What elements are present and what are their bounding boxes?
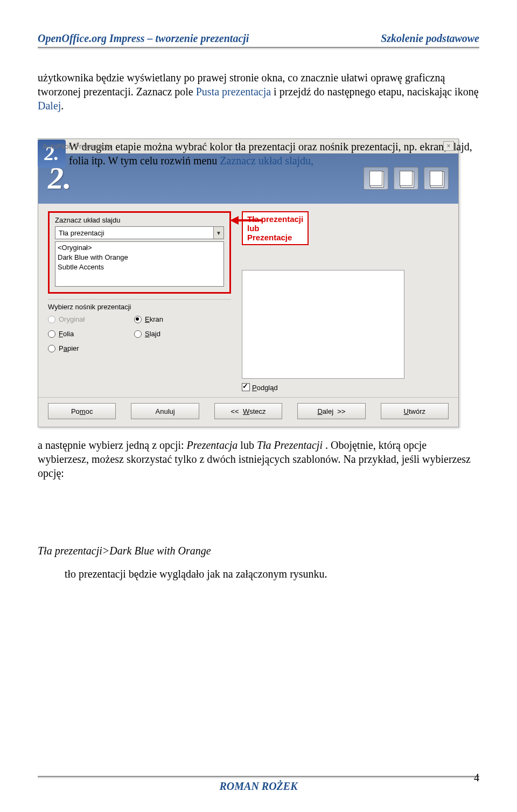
checkbox-icon[interactable] [242,383,250,391]
radio-folia[interactable]: Folia [48,330,134,338]
preset-icon[interactable] [394,167,418,190]
list-item[interactable]: <Oryginał> [58,243,221,253]
header-rule [38,48,479,49]
preset-icon[interactable] [424,167,449,190]
radio-papier[interactable]: Papier [48,344,134,352]
layout-combo[interactable]: Tła prezentacji ▼ [55,226,224,239]
footer-author: ROMAN ROŻEK [219,780,297,793]
layout-group-label: Zaznacz układ slajdu [55,216,224,224]
header-right: Szkolenie podstawowe [381,32,479,45]
link-dalej: Dalej [38,100,61,112]
close-icon[interactable]: × [443,141,454,151]
link-pusta-prezentacja: Pusta prezentacja [196,86,271,98]
link-zaznacz-uklad: Zaznacz układ slajdu, [220,155,313,166]
layout-listbox[interactable]: <Oryginał> Dark Blue with Orange Subtle … [55,241,224,287]
paragraph-1: użytkownika będzie wyświetlany po prawej… [38,71,479,113]
autopilot-dialog: AutoPilot: Prezentacja × 2. Zaznacz ukła… [38,138,459,427]
example-result: tło prezentacji będzie wyglądało jak na … [65,568,479,580]
paragraph-2: a następnie wybierz jedną z opcji: Preze… [38,438,479,480]
chevron-down-icon[interactable]: ▼ [213,227,223,239]
list-item[interactable]: Subtle Accents [58,262,221,272]
dialog-button-row: Pomoc Anuluj << Wstecz Dalej >> Utwórz [38,397,458,427]
create-button[interactable]: Utwórz [381,403,449,419]
layout-group-highlight: Zaznacz układ slajdu Tła prezentacji ▼ <… [48,211,231,294]
example-path: Tła prezentacji>Dark Blue with Orange [38,545,479,557]
banner-preset-icons [364,167,449,190]
radio-ekran[interactable]: Ekran [134,315,220,323]
preset-icon[interactable] [364,167,388,190]
preview-checkbox[interactable]: Podgląd [242,383,449,392]
radio-oryginal[interactable]: Oryginał [48,315,134,323]
header-left: OpenOffice.org Impress – tworzenie preze… [38,32,249,45]
page-number: 4 [474,772,479,784]
radio-slajd[interactable]: Slajd [134,330,220,338]
annotation-arrow-icon [230,217,262,224]
back-button[interactable]: << Wstecz [214,403,282,419]
preview-area [242,270,404,379]
list-item[interactable]: Dark Blue with Orange [58,253,221,262]
layout-combo-value: Tła prezentacji [55,229,213,237]
next-button[interactable]: Dalej >> [297,403,365,419]
page-footer: ROMAN ROŻEK 4 [38,776,479,793]
medium-group-label: Wybierz nośnik prezentacji [48,299,231,311]
dialog-title: AutoPilot: Prezentacja [43,142,111,150]
banner-step-number: 2. [48,160,72,196]
help-button[interactable]: Pomoc [48,403,116,419]
page-header: OpenOffice.org Impress – tworzenie preze… [38,32,479,48]
cancel-button[interactable]: Anuluj [131,403,199,419]
